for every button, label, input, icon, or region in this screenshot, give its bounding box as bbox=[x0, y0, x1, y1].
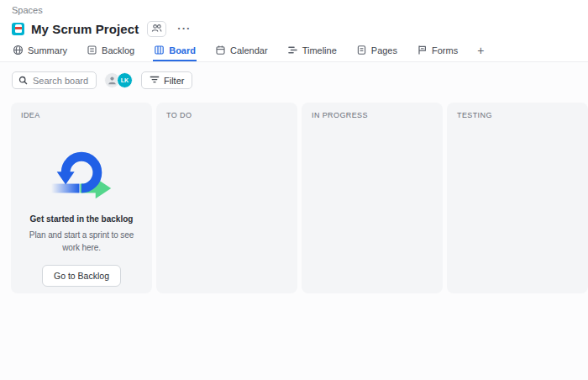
board-column-in-progress: IN PROGRESS bbox=[302, 103, 443, 293]
share-members-button[interactable] bbox=[147, 21, 166, 37]
column-header: TO DO bbox=[166, 111, 287, 119]
add-view-button[interactable]: + bbox=[476, 42, 485, 61]
column-header: TESTING bbox=[457, 111, 578, 119]
page-title: My Scrum Project bbox=[31, 22, 139, 36]
empty-state-description: Plan and start a sprint to see work here… bbox=[22, 229, 141, 254]
tab-label: Summary bbox=[28, 45, 67, 55]
board-column-idea: IDEA bbox=[11, 103, 152, 293]
filter-label: Filter bbox=[164, 76, 184, 86]
people-icon bbox=[151, 23, 162, 35]
search-input[interactable] bbox=[33, 76, 90, 86]
tab-label: Calendar bbox=[230, 45, 268, 55]
title-row: My Scrum Project ··· bbox=[12, 19, 576, 38]
tab-label: Forms bbox=[432, 45, 458, 55]
tab-label: Backlog bbox=[102, 45, 134, 55]
board-icon bbox=[154, 45, 165, 55]
tab-label: Board bbox=[169, 45, 196, 55]
tab-label: Timeline bbox=[302, 45, 337, 55]
board-toolbar: LK Filter bbox=[0, 62, 588, 98]
pages-icon bbox=[356, 45, 367, 55]
page-header: Spaces My Scrum Project ··· bbox=[0, 0, 588, 38]
search-box[interactable] bbox=[12, 71, 97, 89]
go-to-backlog-button[interactable]: Go to Backlog bbox=[42, 265, 121, 287]
tab-summary[interactable]: Summary bbox=[12, 43, 68, 61]
tab-label: Pages bbox=[371, 45, 397, 55]
timeline-icon bbox=[287, 45, 298, 55]
kanban-board: IDEA bbox=[0, 98, 588, 380]
column-header: IDEA bbox=[21, 111, 142, 119]
search-icon bbox=[18, 73, 28, 88]
assignee-avatars: LK bbox=[104, 72, 133, 88]
filter-icon bbox=[150, 75, 160, 86]
app-window: Spaces My Scrum Project ··· bbox=[0, 0, 588, 380]
tab-board[interactable]: Board bbox=[153, 43, 197, 61]
view-tabs: Summary Backlog Board bbox=[0, 38, 588, 62]
empty-state-title: Get started in the backlog bbox=[21, 214, 142, 224]
board-column-testing: TESTING bbox=[447, 103, 588, 293]
tab-calendar[interactable]: Calendar bbox=[214, 43, 269, 61]
project-avatar-icon bbox=[12, 23, 24, 35]
column-header: IN PROGRESS bbox=[312, 111, 433, 119]
tab-timeline[interactable]: Timeline bbox=[286, 43, 338, 61]
breadcrumb[interactable]: Spaces bbox=[12, 3, 576, 16]
sprint-loop-icon bbox=[50, 151, 113, 203]
calendar-icon bbox=[215, 45, 226, 55]
person-icon bbox=[108, 73, 117, 88]
add-view-icon: + bbox=[477, 44, 484, 57]
tab-pages[interactable]: Pages bbox=[355, 43, 398, 61]
backlog-empty-state: Get started in the backlog Plan and star… bbox=[21, 151, 142, 287]
forms-icon bbox=[417, 45, 428, 55]
backlog-icon bbox=[87, 45, 97, 55]
tab-forms[interactable]: Forms bbox=[416, 43, 459, 61]
board-column-todo: TO DO bbox=[156, 103, 297, 293]
globe-icon bbox=[13, 45, 24, 55]
tab-backlog[interactable]: Backlog bbox=[86, 43, 135, 61]
user-avatar[interactable]: LK bbox=[117, 72, 133, 88]
filter-button[interactable]: Filter bbox=[141, 71, 192, 89]
more-options-button[interactable]: ··· bbox=[174, 23, 194, 34]
